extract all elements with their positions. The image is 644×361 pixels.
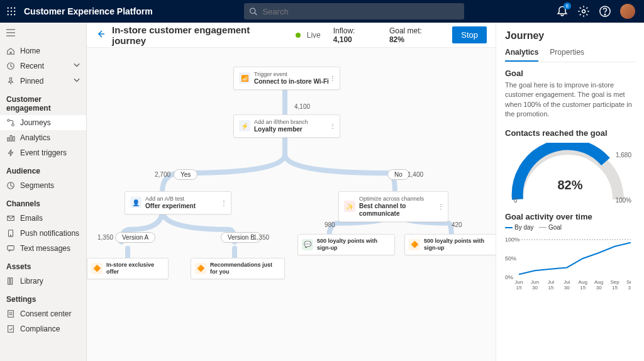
breadcrumb: In-store customer engagement journey Liv… <box>87 23 496 48</box>
svg-point-9 <box>250 8 255 13</box>
svg-point-13 <box>604 14 606 15</box>
sidebar-item-text-messages[interactable]: Text messages <box>0 241 86 256</box>
sidebar-item-pinned[interactable]: Pinned <box>0 74 86 89</box>
svg-point-27 <box>10 235 11 236</box>
sidebar-item-library[interactable]: Library <box>0 274 86 289</box>
svg-rect-23 <box>13 136 15 141</box>
rec-icon: 🔶 <box>195 263 206 274</box>
pill-yes: Yes <box>174 169 197 180</box>
wifi-icon: 📶 <box>239 72 250 84</box>
stop-button[interactable]: Stop <box>452 26 487 43</box>
svg-text:15: 15 <box>612 285 618 290</box>
page-title: In-store customer engagement journey <box>112 25 284 46</box>
gauge-chart: 82% 0 100% 1,680 <box>505 143 635 206</box>
inflow-stat: Inflow: 4,100 <box>333 26 375 44</box>
points-icon: 🔶 <box>409 239 420 250</box>
app-launcher-icon[interactable] <box>5 5 18 18</box>
svg-text:30: 30 <box>564 285 570 290</box>
nav-section-title: Audience <box>0 160 86 178</box>
settings-icon[interactable] <box>577 5 590 18</box>
svg-point-4 <box>11 11 12 12</box>
goal-stat: Goal met: 82% <box>389 26 438 44</box>
menu-toggle-icon[interactable] <box>0 26 86 43</box>
node-leaf[interactable]: 🔶 500 loyalty points with sign-up <box>404 234 496 255</box>
svg-point-0 <box>8 8 9 9</box>
search-box[interactable] <box>244 3 464 19</box>
svg-rect-26 <box>9 230 13 237</box>
sidebar-item-consent-center[interactable]: Consent center <box>0 306 86 321</box>
svg-rect-28 <box>8 246 14 250</box>
sidebar-item-event-triggers[interactable]: Event triggers <box>0 145 86 160</box>
sidebar-item-recent[interactable]: Recent <box>0 58 86 74</box>
svg-point-3 <box>8 11 9 12</box>
sidebar-item-emails[interactable]: Emails <box>0 211 86 226</box>
count-label: 1,350 <box>97 234 113 241</box>
sidebar-item-segments[interactable]: Segments <box>0 178 86 193</box>
svg-text:Jul: Jul <box>564 279 570 285</box>
app-title: Customer Experience Platform <box>24 6 153 16</box>
contacts-heading: Contacts reached the goal <box>505 128 635 138</box>
node-trigger[interactable]: 📶 Trigger eventConnect to in-store Wi-Fi… <box>233 67 340 90</box>
branch-icon: ⚡ <box>239 120 250 131</box>
svg-text:Sep: Sep <box>610 279 619 285</box>
svg-point-2 <box>14 8 15 9</box>
chart-legend: By day Goal <box>505 224 635 231</box>
more-icon[interactable]: ⋮ <box>221 199 227 206</box>
svg-point-11 <box>582 10 586 13</box>
svg-text:Jul: Jul <box>548 279 554 285</box>
notifications-icon[interactable]: 8 <box>556 5 569 18</box>
svg-text:Aug: Aug <box>579 279 587 285</box>
tab-analytics[interactable]: Analytics <box>505 48 538 62</box>
svg-text:30: 30 <box>628 285 631 290</box>
tab-properties[interactable]: Properties <box>550 48 584 62</box>
sidebar-item-home[interactable]: Home <box>0 43 86 58</box>
sidebar-item-analytics[interactable]: Analytics <box>0 130 86 145</box>
sidebar-item-compliance[interactable]: Compliance <box>0 321 86 336</box>
help-icon[interactable] <box>599 5 611 18</box>
nav-section-title: Channels <box>0 193 86 211</box>
node-leaf[interactable]: 🔶 In-store exclusive offer <box>87 258 169 279</box>
back-arrow-icon[interactable] <box>96 29 106 41</box>
count-label: 1,400 <box>408 171 423 178</box>
node-leaf[interactable]: 💬 500 loyalty points with sign-up <box>297 234 395 255</box>
more-icon[interactable]: ⋮ <box>438 203 444 210</box>
sidebar-item-push-notifications[interactable]: Push notifications <box>0 226 86 241</box>
node-leaf[interactable]: 🔶 Recommendations just for you <box>191 258 285 279</box>
pill-version-a: Version A <box>115 232 155 243</box>
node-abtest[interactable]: 👤 Add an A/B testOffer experiment ⋮ <box>125 191 231 214</box>
svg-text:100%: 100% <box>505 236 519 243</box>
nav-section-title: Assets <box>0 256 86 274</box>
svg-point-19 <box>8 119 10 122</box>
svg-rect-21 <box>8 138 9 141</box>
node-optimize[interactable]: ✨ Optimize across channelsBest channel t… <box>338 191 448 222</box>
avatar[interactable] <box>620 4 635 19</box>
count-label: 4,100 <box>294 103 310 110</box>
svg-point-7 <box>11 14 12 15</box>
side-panel: Journey Analytics Properties Goal The go… <box>496 23 644 361</box>
sidebar-item-journeys[interactable]: Journeys <box>0 115 86 130</box>
node-branch[interactable]: ⚡ Add an if/then branchLoyalty member ⋮ <box>233 114 340 138</box>
svg-text:Jun: Jun <box>531 279 539 285</box>
search-input[interactable] <box>262 7 459 16</box>
optimize-icon: ✨ <box>344 201 355 212</box>
svg-point-20 <box>12 124 14 126</box>
svg-point-8 <box>14 14 15 15</box>
svg-text:Jun: Jun <box>515 279 523 285</box>
svg-text:15: 15 <box>516 285 522 290</box>
status-dot-icon <box>296 33 301 38</box>
count-label: 2,700 <box>155 171 170 178</box>
abtest-icon: 👤 <box>130 197 142 208</box>
activity-chart: 0%50%100%Jun15Jun30Jul15Jul30Aug15Aug30S… <box>505 233 635 290</box>
svg-text:30: 30 <box>596 285 602 290</box>
count-label: 980 <box>325 221 335 228</box>
svg-rect-22 <box>10 136 12 142</box>
more-icon[interactable]: ⋮ <box>330 75 336 82</box>
chevron-down-icon <box>72 61 81 72</box>
points-icon: 💬 <box>302 239 313 250</box>
offer-icon: 🔶 <box>91 263 103 274</box>
svg-text:15: 15 <box>580 285 586 290</box>
nav-section-title: Settings <box>0 289 86 306</box>
journey-canvas[interactable]: 📶 Trigger eventConnect to in-store Wi-Fi… <box>87 48 496 361</box>
nav-section-title: Customer engagement <box>0 89 86 115</box>
more-icon[interactable]: ⋮ <box>330 123 336 130</box>
